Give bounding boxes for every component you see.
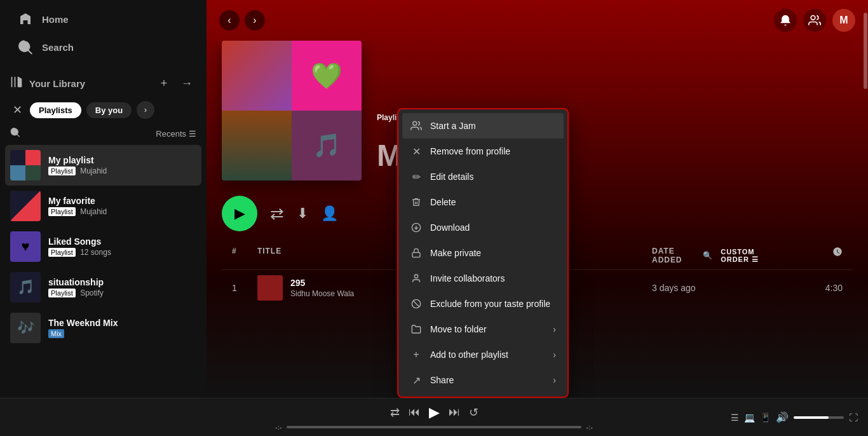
add-library-button[interactable]: + [154,74,173,93]
forward-button[interactable]: › [245,10,265,31]
col-date: Date added [652,247,695,264]
menu-item-make-private[interactable]: Make private [402,240,564,266]
menu-item-add-other-playlist[interactable]: + Add to other playlist › [402,342,564,367]
queue-button[interactable]: ☰ [731,412,739,423]
add-playlist-arrow: › [553,350,556,360]
prev-button[interactable]: ⏮ [409,405,420,419]
menu-item-start-jam[interactable]: Start a Jam [402,113,564,139]
playlist-item-myplaylist[interactable]: My playlist Playlist Mujahid [5,145,201,186]
svg-rect-2 [412,252,420,257]
shuffle-control-button[interactable]: ⇄ [390,405,400,419]
nav-arrows: ‹ › [219,10,265,31]
filter-playlists-button[interactable]: Playlists [30,102,81,118]
next-button[interactable]: ⏭ [449,405,460,419]
sort-icon: ☰ [189,129,196,139]
add-playlist-label: Add to other playlist [430,350,545,360]
filter-close-button[interactable]: ✕ [10,100,25,119]
search-label: Search [42,42,74,53]
menu-item-remove-profile[interactable]: ✕ Remove from profile [402,139,564,164]
sidebar-item-search[interactable]: Search [10,33,196,61]
move-folder-icon [410,323,423,336]
user-avatar[interactable]: M [832,9,855,32]
sidebar-nav: Home Search [0,0,207,69]
menu-item-download[interactable]: Download [402,215,564,240]
sidebar-item-home[interactable]: Home [10,5,196,33]
exclude-taste-icon [410,297,423,310]
volume-track[interactable] [794,416,844,419]
play-button[interactable]: ▶ [222,196,257,231]
playlist-name-situationship: situationship [48,277,196,287]
download-button[interactable]: ⬇ [297,205,308,222]
sidebar: Home Search Your Library [0,0,207,398]
remove-profile-label: Remove from profile [430,146,556,156]
start-jam-label: Start a Jam [430,121,556,131]
shuffle-button[interactable]: ⇄ [270,204,284,224]
move-folder-label: Move to folder [430,324,545,334]
playlist-thumb-myplaylist [10,150,41,181]
playlist-info-myfavorite: My favorite Playlist Mujahid [48,196,196,216]
playlist-item-situationship[interactable]: 🎵 situationship Playlist Spotify [5,267,201,308]
library-title-text: Your Library [29,78,85,89]
filter-bar: ✕ Playlists By you › [0,98,207,125]
track-duration: 4:30 [779,283,843,293]
situationship-thumb: 🎵 [10,272,41,303]
start-jam-icon [410,119,423,132]
menu-item-exclude-taste[interactable]: Exclude from your taste profile [402,291,564,317]
search-recents-bar: Recents ☰ [0,125,207,145]
playlist-cover: 💚 🎵 [222,41,362,181]
col-actions: Date added 🔍 Custom order ☰ [652,247,779,264]
menu-item-edit-details[interactable]: ✏ Edit details [402,164,564,189]
device-button[interactable]: 💻 [744,412,755,423]
playlist-name-myfavorite: My favorite [48,196,196,206]
menu-item-delete[interactable]: Delete [402,189,564,215]
share-label: Share [430,375,545,385]
playlist-info-situationship: situationship Playlist Spotify [48,277,196,297]
menu-item-share[interactable]: ↗ Share › [402,367,564,393]
scrollbar-thumb[interactable] [864,13,867,89]
library-actions: + → [154,74,196,93]
playlist-thumb-myfavorite [10,191,41,221]
library-title[interactable]: Your Library [10,76,85,92]
bottom-bar: ⇄ ⏮ ▶ ⏭ ↺ -:- -:- ☰ 💻 📱 🔊 ⛶ [0,398,868,436]
repeat-button[interactable]: ↺ [469,405,478,419]
filter-byyou-button[interactable]: By you [86,102,132,118]
menu-item-move-folder[interactable]: Move to folder › [402,317,564,342]
playlist-item-weekndmix[interactable]: 🎶 The Weeknd Mix Mix [5,308,201,348]
play-pause-button[interactable]: ▶ [429,404,440,421]
edit-details-icon: ✏ [410,170,423,183]
back-button[interactable]: ‹ [219,10,240,31]
menu-item-invite-collaborators[interactable]: Invite collaborators [402,266,564,291]
remove-profile-icon: ✕ [410,145,423,158]
playlist-item-likedsongs[interactable]: ♥ Liked Songs Playlist 12 songs [5,226,201,267]
col-order-label[interactable]: Custom order ☰ [721,248,779,264]
svg-point-3 [414,275,417,278]
delete-label: Delete [430,197,556,207]
filter-more-button[interactable]: › [137,101,154,119]
playlist-name-likedsongs: Liked Songs [48,236,196,247]
friends-button[interactable] [803,9,826,32]
fullscreen-button[interactable]: ⛶ [849,412,858,423]
notifications-button[interactable] [774,9,797,32]
recents-label[interactable]: Recents ☰ [156,129,196,139]
playlist-list: My playlist Playlist Mujahid My favorite… [0,145,207,398]
invite-collaborators-icon [410,272,423,285]
adduser-button[interactable]: 👤 [321,205,338,222]
search-small-icon[interactable] [10,127,20,140]
scrollbar-track[interactable] [863,0,868,398]
search-icon [18,39,33,55]
delete-icon [410,196,423,208]
volume-button[interactable]: 🔊 [776,411,789,423]
playlist-name-myplaylist: My playlist [48,155,196,165]
share-icon: ↗ [410,374,423,386]
make-private-label: Make private [430,248,556,258]
col-duration [779,247,843,264]
playlist-item-myfavorite[interactable]: My favorite Playlist Mujahid [5,186,201,226]
expand-library-button[interactable]: → [177,74,196,93]
topbar: ‹ › M [207,0,868,41]
progress-track[interactable] [287,426,581,428]
time-end: -:- [587,423,593,431]
col-search-icon[interactable]: 🔍 [703,251,713,260]
svg-line-5 [413,301,419,306]
connect-button[interactable]: 📱 [760,412,771,423]
share-arrow: › [553,375,556,385]
